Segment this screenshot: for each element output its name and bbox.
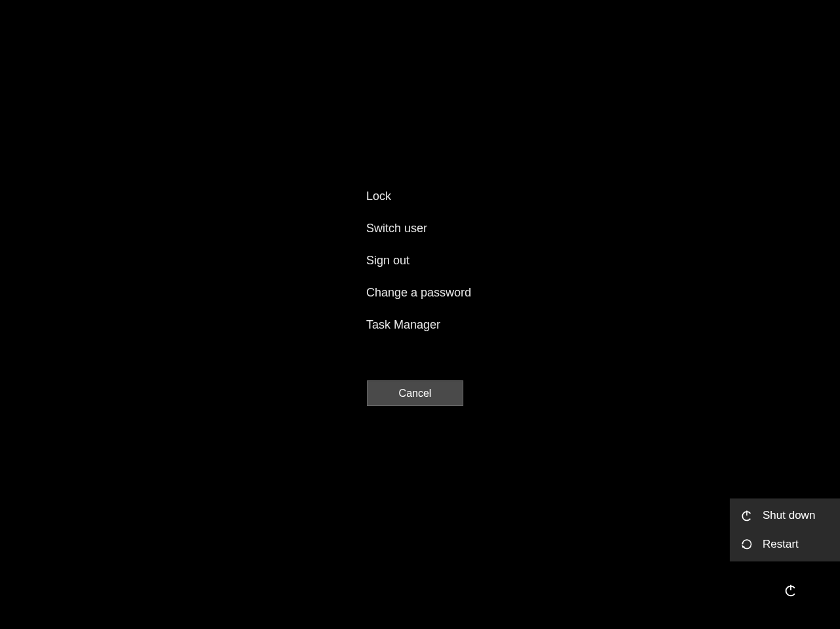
task-manager-option[interactable]: Task Manager: [366, 309, 471, 341]
shut-down-label: Shut down: [763, 509, 815, 522]
cancel-button[interactable]: Cancel: [367, 380, 463, 406]
switch-user-option[interactable]: Switch user: [366, 213, 471, 245]
power-icon: [784, 583, 798, 598]
change-password-option[interactable]: Change a password: [366, 277, 471, 309]
restart-icon: [740, 538, 753, 551]
power-menu: Shut down Restart: [730, 498, 840, 561]
power-icon: [740, 509, 753, 522]
restart-option[interactable]: Restart: [730, 530, 840, 559]
restart-label: Restart: [763, 538, 799, 551]
power-button[interactable]: [784, 583, 798, 598]
security-options-menu: Lock Switch user Sign out Change a passw…: [366, 180, 471, 341]
shut-down-option[interactable]: Shut down: [730, 501, 840, 530]
lock-option[interactable]: Lock: [366, 180, 471, 213]
sign-out-option[interactable]: Sign out: [366, 245, 471, 277]
